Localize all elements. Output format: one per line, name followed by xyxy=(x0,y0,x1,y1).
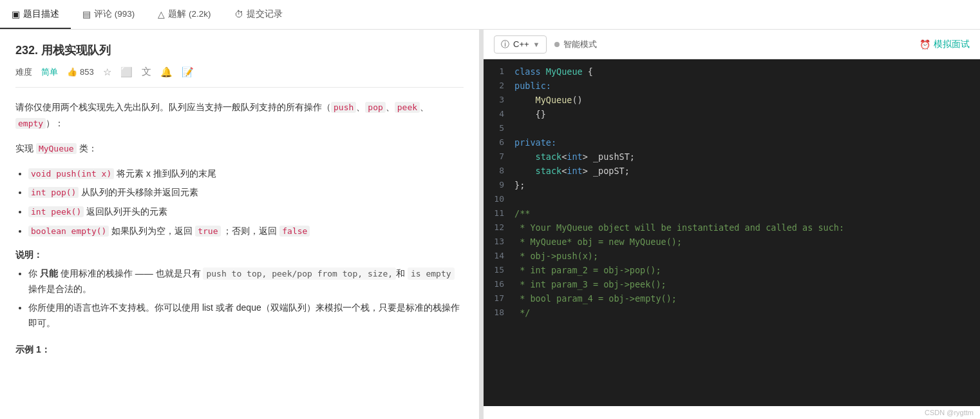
thumbs-up-icon: 👍 xyxy=(67,67,77,77)
methods-list: void push(int x) 将元素 x 推到队列的末尾 int pop()… xyxy=(15,166,464,239)
language-selector[interactable]: ⓘ C++ ▼ xyxy=(494,35,547,54)
line-num-17: 17 xyxy=(484,291,514,306)
line-content-1: class MyQueue { xyxy=(514,64,980,79)
bell-icon[interactable]: 🔔 xyxy=(160,66,173,78)
line-content-6: private: xyxy=(514,135,980,150)
tab-comments[interactable]: ▤ 评论 (993) xyxy=(71,0,146,29)
line-content-7: stack<int> _pushST; xyxy=(514,150,980,164)
description-icon: ▣ xyxy=(12,9,20,19)
chevron-down-icon: ▼ xyxy=(533,41,540,48)
line-content-11: /** xyxy=(514,206,980,220)
method-pop-code: int pop() xyxy=(28,187,79,198)
tab-submissions[interactable]: ⏱ 提交记录 xyxy=(223,0,294,29)
code-line-15: 15 * int param_2 = obj->pop(); xyxy=(484,263,980,277)
note-2: 你所使用的语言也许不支持栈。你可以使用 list 或者 deque（双端队列）来… xyxy=(28,300,464,331)
translate-icon[interactable]: 文 xyxy=(142,66,151,78)
only-bold: 只能 xyxy=(40,268,58,278)
stack-ops-code: push to top, peek/pop from top, size, xyxy=(203,268,396,280)
line-content-15: * int param_2 = obj->pop(); xyxy=(514,263,980,277)
line-content-4: {} xyxy=(514,107,980,121)
code-line-1: 1 class MyQueue { xyxy=(484,64,980,79)
line-num-14: 14 xyxy=(484,249,514,263)
method-pop: int pop() 从队列的开头移除并返回元素 xyxy=(28,185,464,200)
share-icon[interactable]: ⬜ xyxy=(120,66,133,78)
simulate-button[interactable]: ⏰ 模拟面试 xyxy=(919,39,970,50)
code-line-13: 13 * MyQueue* obj = new MyQueue(); xyxy=(484,235,980,249)
line-content-2: public: xyxy=(514,79,980,93)
line-content-18: */ xyxy=(514,306,980,320)
code-line-17: 17 * bool param_4 = obj->empty(); xyxy=(484,291,980,306)
problem-title: 232. 用栈实现队列 xyxy=(15,43,464,58)
note-1: 你 只能 使用标准的栈操作 —— 也就是只有 push to top, peek… xyxy=(28,266,464,297)
line-num-13: 13 xyxy=(484,235,514,249)
line-num-12: 12 xyxy=(484,220,514,235)
cpp-icon: ⓘ xyxy=(501,39,509,50)
code-peek: peek xyxy=(395,102,420,113)
smart-mode-toggle[interactable]: 智能模式 xyxy=(554,39,597,50)
smart-mode-label: 智能模式 xyxy=(563,39,597,50)
code-line-14: 14 * obj->push(x); xyxy=(484,249,980,263)
line-num-5: 5 xyxy=(484,121,514,135)
line-num-2: 2 xyxy=(484,79,514,93)
line-num-6: 6 xyxy=(484,135,514,150)
line-num-3: 3 xyxy=(484,93,514,107)
difficulty-value: 简单 xyxy=(41,66,58,78)
method-peek: int peek() 返回队列开头的元素 xyxy=(28,204,464,220)
code-false: false xyxy=(279,226,310,237)
tab-submissions-label: 提交记录 xyxy=(247,8,283,20)
watermark: CSDN @rygttm xyxy=(484,406,980,419)
method-empty-code: boolean empty() xyxy=(28,226,109,237)
star-icon[interactable]: ☆ xyxy=(103,66,111,78)
line-num-11: 11 xyxy=(484,206,514,220)
line-content-14: * obj->push(x); xyxy=(514,249,980,263)
simulate-icon: ⏰ xyxy=(919,39,930,50)
code-line-8: 8 stack<int> _popST; xyxy=(484,164,980,178)
line-num-9: 9 xyxy=(484,178,514,192)
like-count[interactable]: 👍 853 xyxy=(67,67,94,77)
line-content-5 xyxy=(514,121,980,135)
tab-solutions[interactable]: △ 题解 (2.2k) xyxy=(146,0,222,29)
line-content-10 xyxy=(514,192,980,206)
language-label: C++ xyxy=(513,39,529,49)
line-content-9: }; xyxy=(514,178,980,192)
like-number: 853 xyxy=(80,67,94,77)
line-content-3: MyQueue() xyxy=(514,93,980,107)
code-line-11: 11 /** xyxy=(484,206,980,220)
note-icon[interactable]: 📝 xyxy=(182,66,194,78)
code-line-2: 2 public: xyxy=(484,79,980,93)
line-num-18: 18 xyxy=(484,306,514,320)
code-editor[interactable]: 1 class MyQueue { 2 public: 3 MyQueue() … xyxy=(484,59,980,406)
simulate-label: 模拟面试 xyxy=(934,39,970,50)
is-empty-code: is empty xyxy=(408,268,455,280)
submissions-icon: ⏱ xyxy=(234,9,243,19)
tab-description-label: 题目描述 xyxy=(23,8,59,20)
method-empty: boolean empty() 如果队列为空，返回 true ；否则，返回 fa… xyxy=(28,224,464,239)
example-title: 示例 1： xyxy=(15,344,464,356)
tab-description[interactable]: ▣ 题目描述 xyxy=(0,0,71,29)
right-panel: ⓘ C++ ▼ 智能模式 ⏰ 模拟面试 1 class MyQueue { xyxy=(484,30,980,419)
line-content-12: * Your MyQueue object will be instantiat… xyxy=(514,220,980,235)
solutions-icon: △ xyxy=(158,9,165,19)
code-line-18: 18 */ xyxy=(484,306,980,320)
line-num-15: 15 xyxy=(484,263,514,277)
note-heading: 说明： xyxy=(15,249,464,261)
code-line-10: 10 xyxy=(484,192,980,206)
line-num-7: 7 xyxy=(484,150,514,164)
code-line-3: 3 MyQueue() xyxy=(484,93,980,107)
code-empty: empty xyxy=(15,118,46,129)
line-content-13: * MyQueue* obj = new MyQueue(); xyxy=(514,235,980,249)
code-line-16: 16 * int param_3 = obj->peek(); xyxy=(484,277,980,291)
line-content-8: stack<int> _popST; xyxy=(514,164,980,178)
code-line-6: 6 private: xyxy=(484,135,980,150)
line-num-16: 16 xyxy=(484,277,514,291)
comments-icon: ▤ xyxy=(82,9,91,19)
note-section: 说明： 你 只能 使用标准的栈操作 —— 也就是只有 push to top, … xyxy=(15,249,464,331)
line-content-16: * int param_3 = obj->peek(); xyxy=(514,277,980,291)
line-content-17: * bool param_4 = obj->empty(); xyxy=(514,291,980,306)
line-num-1: 1 xyxy=(484,64,514,79)
code-line-4: 4 {} xyxy=(484,107,980,121)
line-num-4: 4 xyxy=(484,107,514,121)
difficulty-label: 难度 xyxy=(15,66,32,78)
notes-list: 你 只能 使用标准的栈操作 —— 也就是只有 push to top, peek… xyxy=(15,266,464,331)
problem-number: 232. xyxy=(15,44,38,57)
